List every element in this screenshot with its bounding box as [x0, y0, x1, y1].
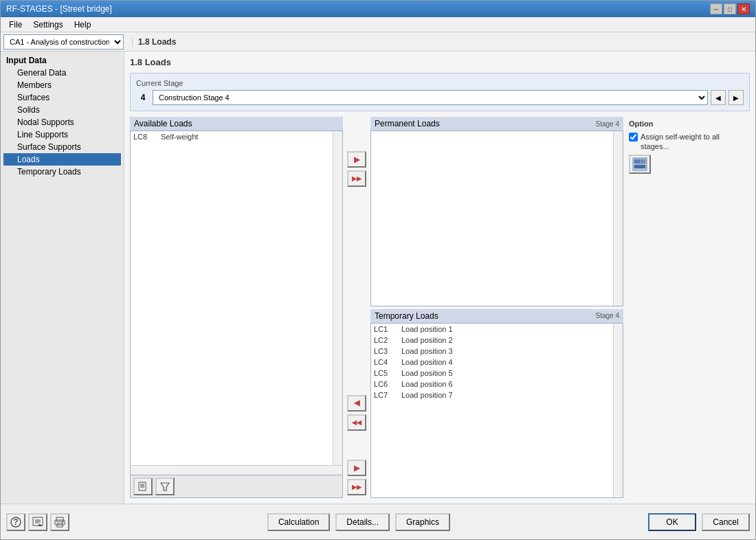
option-title: Option — [629, 120, 747, 128]
section-label: 1.8 Loads — [132, 37, 181, 47]
list-item[interactable]: LC4Load position 4 — [371, 357, 613, 368]
stage-number: 4 — [136, 93, 150, 102]
title-bar-controls: ─ □ ✕ — [710, 3, 750, 14]
sidebar-item-nodal-supports[interactable]: Nodal Supports — [3, 116, 121, 128]
ok-button[interactable]: OK — [648, 513, 696, 531]
stage-select[interactable]: Construction Stage 4 — [153, 90, 708, 105]
stage-next-button[interactable]: ▶ — [729, 90, 744, 105]
move-left-button[interactable]: ◀ — [347, 395, 366, 412]
temp-name-1: Load position 1 — [401, 325, 610, 333]
toolbar: CA1 - Analysis of construction st... 1.8… — [1, 32, 755, 52]
svg-rect-6 — [634, 159, 640, 164]
sidebar-item-line-supports[interactable]: Line Supports — [3, 128, 121, 141]
minimize-button[interactable]: ─ — [710, 3, 722, 14]
temp-code-5: LC5 — [374, 369, 401, 377]
available-loads-header: Available Loads — [130, 117, 343, 131]
list-item[interactable]: LC5Load position 5 — [371, 368, 613, 379]
sidebar-header: Input Data — [3, 54, 121, 67]
available-loads-hscrollbar[interactable] — [131, 465, 342, 475]
sidebar-item-loads[interactable]: Loads — [3, 153, 121, 166]
option-image-button[interactable] — [629, 155, 651, 174]
available-loads-scrollbar[interactable] — [333, 131, 342, 465]
assign-self-weight-label: Assign self-weight to all stages... — [641, 132, 747, 152]
temp-code-2: LC2 — [374, 336, 401, 344]
analysis-dropdown[interactable]: CA1 - Analysis of construction st... — [3, 34, 124, 49]
temp-name-4: Load position 4 — [401, 358, 610, 366]
temp-code-3: LC3 — [374, 347, 401, 355]
title-bar: RF-STAGES - [Street bridge] ─ □ ✕ — [1, 1, 755, 17]
move-all-right-button[interactable]: ▶▶ — [347, 170, 366, 187]
content-area: 1.8 Loads Current Stage 4 Construction S… — [124, 52, 755, 504]
temporary-loads-content: LC1Load position 1 LC2Load position 2 LC… — [370, 324, 623, 499]
bottom-toolbar: ? Calculation Details... Graphics OK Can… — [1, 504, 755, 539]
temporary-loads-panel: Temporary Loads Stage 4 LC1Load position… — [370, 309, 623, 499]
close-button[interactable]: ✕ — [737, 3, 750, 14]
permanent-loads-panel: Permanent Loads Stage 4 — [370, 117, 623, 306]
sidebar-item-surfaces[interactable]: Surfaces — [3, 91, 121, 104]
help-button[interactable]: ? — [6, 513, 25, 531]
temp-name-7: Load position 7 — [401, 391, 610, 399]
available-loads-panel: Available Loads LC8 Self-weight — [130, 117, 343, 498]
temporary-loads-scrollbar[interactable] — [613, 324, 623, 498]
option-checkbox-row: Assign self-weight to all stages... — [629, 132, 747, 152]
right-panels: Permanent Loads Stage 4 Temporary Loads … — [370, 117, 623, 498]
temporary-loads-header: Temporary Loads Stage 4 — [370, 309, 623, 324]
permanent-loads-title: Permanent Loads — [375, 119, 440, 128]
graphics-button[interactable]: Graphics — [395, 513, 450, 531]
list-item[interactable]: LC1Load position 1 — [371, 324, 613, 335]
svg-rect-16 — [56, 517, 63, 521]
bottom-center-buttons: Calculation Details... Graphics — [267, 513, 450, 531]
sidebar-item-surface-supports[interactable]: Surface Supports — [3, 141, 121, 153]
assign-self-weight-checkbox[interactable] — [629, 133, 638, 142]
permanent-loads-content — [370, 131, 623, 306]
temp-name-6: Load position 6 — [401, 380, 610, 388]
sidebar-item-general-data[interactable]: General Data — [3, 67, 121, 79]
permanent-loads-list — [371, 131, 613, 306]
list-item[interactable]: LC7Load position 7 — [371, 390, 613, 401]
move-all-right-temp-button[interactable]: ▶▶ — [347, 479, 366, 495]
menu-file[interactable]: File — [3, 19, 27, 31]
svg-point-19 — [62, 521, 63, 523]
current-stage-section: Current Stage 4 Construction Stage 4 ◀ ▶ — [130, 73, 750, 111]
temp-name-5: Load position 5 — [401, 369, 610, 377]
list-item[interactable]: LC2Load position 2 — [371, 335, 613, 346]
permanent-loads-header: Permanent Loads Stage 4 — [370, 117, 623, 131]
svg-rect-0 — [139, 482, 146, 491]
main-window: RF-STAGES - [Street bridge] ─ □ ✕ File S… — [0, 0, 756, 540]
details-button[interactable]: Details... — [335, 513, 390, 531]
main-content: Input Data General Data Members Surfaces… — [1, 52, 755, 504]
bottom-right-buttons: OK Cancel — [648, 513, 750, 531]
maximize-button[interactable]: □ — [724, 3, 736, 14]
available-loads-icon2[interactable] — [155, 477, 175, 495]
available-loads-icon1[interactable] — [133, 477, 153, 495]
load-name: Self-weight — [161, 133, 330, 141]
stage-label: Current Stage — [136, 79, 744, 87]
sidebar: Input Data General Data Members Surfaces… — [1, 52, 124, 504]
analysis-dropdown-container: CA1 - Analysis of construction st... — [3, 34, 124, 49]
temp-code-7: LC7 — [374, 391, 401, 399]
menu-help[interactable]: Help — [69, 19, 97, 31]
move-all-left-button[interactable]: ◀◀ — [347, 414, 366, 431]
export-button[interactable] — [28, 513, 47, 531]
move-right-button[interactable]: ▶ — [347, 151, 366, 168]
list-item[interactable]: LC6Load position 6 — [371, 379, 613, 390]
sidebar-item-solids[interactable]: Solids — [3, 104, 121, 116]
sidebar-item-members[interactable]: Members — [3, 79, 121, 91]
list-item[interactable]: LC3Load position 3 — [371, 346, 613, 357]
cancel-button[interactable]: Cancel — [702, 513, 750, 531]
move-right-temp-button[interactable]: ▶ — [347, 460, 366, 476]
temp-code-4: LC4 — [374, 358, 401, 366]
sidebar-item-temporary-loads[interactable]: Temporary Loads — [3, 166, 121, 178]
temporary-loads-stage: Stage 4 — [596, 312, 619, 319]
stage-prev-button[interactable]: ◀ — [711, 90, 726, 105]
list-item[interactable]: LC8 Self-weight — [131, 131, 333, 142]
permanent-loads-scrollbar[interactable] — [613, 131, 623, 306]
available-loads-bottom-icons — [130, 475, 343, 498]
panels-area: Available Loads LC8 Self-weight — [130, 117, 750, 498]
window-title: RF-STAGES - [Street bridge] — [6, 4, 112, 14]
menu-settings[interactable]: Settings — [27, 19, 68, 31]
bottom-left-icons: ? — [6, 513, 69, 531]
menu-bar: File Settings Help — [1, 17, 755, 32]
print-button[interactable] — [50, 513, 69, 531]
calculation-button[interactable]: Calculation — [267, 513, 330, 531]
